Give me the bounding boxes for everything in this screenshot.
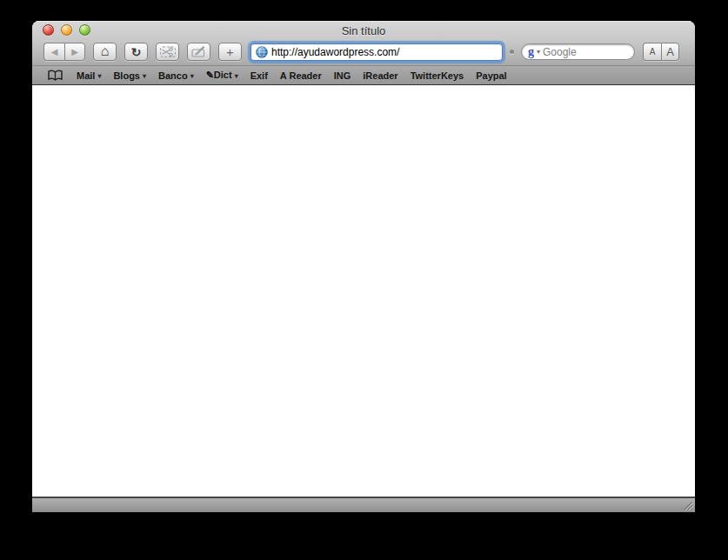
zoom-button[interactable] [79, 24, 90, 36]
forward-icon: ▶ [71, 47, 78, 57]
bookmark-label: ✎Dict [206, 70, 232, 81]
bookmark-label: Exif [250, 70, 268, 81]
toolbar: ◀ ▶ ⌂ ↻ [32, 40, 695, 65]
text-larger-button[interactable]: A [661, 43, 679, 61]
field-splitter-handle[interactable] [510, 50, 514, 54]
search-field[interactable]: g ▾ [521, 43, 635, 60]
status-bar [32, 497, 695, 512]
bookmark-label: Blogs [113, 70, 140, 81]
text-smaller-button[interactable]: A [643, 43, 661, 61]
bookmark-item-paypal[interactable]: Paypal [470, 66, 512, 84]
webclip-button[interactable] [156, 43, 179, 61]
traffic-lights [43, 24, 90, 36]
text-larger-label: A [666, 45, 674, 58]
bookmark-item-ireader[interactable]: iReader [357, 66, 404, 84]
desktop-background: { "window": { "title": "Sin título" }, "… [0, 0, 728, 560]
bookmark-label: ING [334, 70, 351, 81]
chevron-down-icon: ▾ [97, 72, 101, 80]
resize-grip[interactable] [682, 499, 693, 510]
minimize-button[interactable] [61, 24, 72, 36]
close-button[interactable] [43, 24, 54, 36]
home-icon: ⌂ [101, 44, 110, 58]
home-button[interactable]: ⌂ [93, 43, 117, 61]
page-content-area [32, 85, 695, 497]
open-book-icon [47, 70, 63, 82]
search-engine-dropdown-icon[interactable]: ▾ [537, 48, 540, 56]
text-smaller-label: A [650, 47, 656, 57]
bookmarks-bar: Mail ▾ Blogs ▾ Banco ▾ ✎Dict ▾ Exif A Re… [32, 65, 695, 85]
forward-button[interactable]: ▶ [64, 43, 85, 61]
chevron-down-icon: ▾ [235, 72, 238, 80]
window-title: Sin título [342, 24, 386, 37]
search-input[interactable] [543, 46, 611, 58]
plus-icon: + [226, 45, 234, 58]
address-field[interactable] [250, 43, 503, 61]
bookmark-label: Mail [77, 70, 95, 81]
globe-icon [256, 46, 268, 58]
reload-icon: ↻ [131, 45, 142, 59]
bookmark-label: TwitterKeys [411, 70, 464, 81]
edit-button[interactable] [187, 43, 210, 61]
scissors-icon [159, 45, 177, 58]
bookmark-item-mail[interactable]: Mail ▾ [70, 66, 107, 84]
bookmark-item-twitterkeys[interactable]: TwitterKeys [404, 66, 471, 84]
browser-window: Sin título ◀ ▶ ⌂ ↻ [32, 21, 695, 512]
reload-button[interactable]: ↻ [124, 43, 148, 61]
google-engine-icon[interactable]: g [528, 46, 534, 58]
text-size-controls: A A [643, 43, 679, 61]
show-all-bookmarks-button[interactable] [47, 70, 63, 82]
bookmark-label: Banco [158, 70, 188, 81]
bookmark-item-banco[interactable]: Banco ▾ [152, 66, 200, 84]
bookmark-item-dict[interactable]: ✎Dict ▾ [200, 66, 244, 84]
url-input[interactable] [271, 46, 498, 58]
bookmark-label: iReader [363, 70, 397, 81]
history-nav: ◀ ▶ [43, 43, 85, 61]
bookmark-item-a-reader[interactable]: A Reader [274, 66, 328, 84]
bookmark-item-blogs[interactable]: Blogs ▾ [107, 66, 152, 84]
bookmark-label: A Reader [280, 70, 322, 81]
window-chrome: Sin título ◀ ▶ ⌂ ↻ [32, 21, 695, 65]
add-bookmark-button[interactable]: + [218, 43, 242, 61]
back-button[interactable]: ◀ [43, 43, 64, 61]
bookmark-item-ing[interactable]: ING [328, 66, 357, 84]
titlebar[interactable]: Sin título [32, 21, 695, 40]
bookmark-item-exif[interactable]: Exif [244, 66, 274, 84]
chevron-down-icon: ▾ [143, 72, 146, 80]
pencil-icon [191, 45, 207, 58]
back-icon: ◀ [51, 47, 58, 57]
chevron-down-icon: ▾ [190, 72, 194, 80]
bookmark-label: Paypal [476, 70, 506, 81]
